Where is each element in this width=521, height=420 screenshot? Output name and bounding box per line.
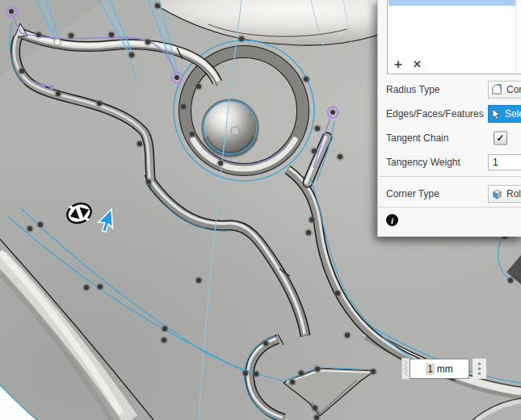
add-selection-button[interactable]: + [394,59,402,70]
edges-select-value: Sele [505,108,521,120]
kebab-dot [478,372,481,375]
kebab-dot [478,368,481,370]
selected-edge-set-row[interactable] [389,0,515,6]
tangency-weight-input[interactable] [488,154,521,170]
constant-radius-icon [491,83,503,95]
selection-list[interactable]: + ✕ [387,0,521,74]
edges-select-button[interactable]: Sele [488,105,521,123]
kebab-dot [478,363,481,365]
divider [378,176,521,177]
info-icon[interactable]: i [386,214,398,226]
row-edges: Edges/Faces/Features Sele [378,102,521,125]
dimension-unit: mm [437,363,453,375]
radius-type-dropdown[interactable]: Con [488,81,521,99]
dimension-input[interactable]: 1 mm [410,359,469,379]
drag-handle[interactable] [401,358,410,380]
dimension-value: 1 [426,363,435,375]
dimension-widget: 1 mm [401,358,486,380]
tangency-weight-label: Tangency Weight [386,157,460,168]
row-radius-type: Radius Type Con [378,78,521,101]
radius-type-label: Radius Type [386,84,440,95]
tangent-chain-label: Tangent Chain [386,132,448,144]
radius-type-value: Con [506,84,521,95]
sphere-dimple [203,100,258,156]
divider [378,207,521,208]
fillet-dialog-panel: + ✕ Radius Type Con Edges/Faces/Features… [377,0,521,237]
checkmark-icon: ✓ [496,133,504,143]
list-scrollbar[interactable] [515,0,521,74]
corner-type-value: Roll [506,188,521,200]
zigzag-handle-icon [403,360,409,377]
fusion-viewport-window: 1 mm + ✕ Radius Type Con Edges/Faces/Fea… [0,0,521,420]
rolling-ball-corner-icon [491,188,503,200]
select-cursor-icon [491,108,502,120]
row-tangency-weight: Tangency Weight [378,150,521,174]
row-tangent-chain: Tangent Chain ✓ [378,126,521,149]
kebab-menu-button[interactable] [473,359,486,379]
corner-type-label: Corner Type [386,188,439,200]
row-corner-type: Corner Type Roll [378,182,521,206]
white-point [54,39,61,45]
corner-type-dropdown[interactable]: Roll [488,185,521,203]
tangent-chain-checkbox[interactable]: ✓ [494,131,507,145]
remove-selection-button[interactable]: ✕ [413,59,422,70]
edges-label: Edges/Faces/Features [386,108,484,120]
